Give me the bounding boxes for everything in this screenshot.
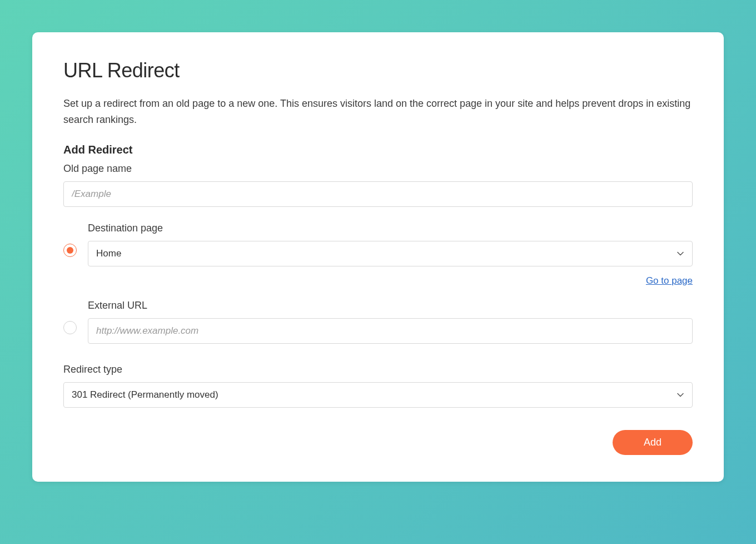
destination-select[interactable]: Home	[88, 241, 693, 266]
page-title: URL Redirect	[63, 59, 693, 82]
external-url-label: External URL	[88, 300, 693, 311]
destination-label: Destination page	[88, 222, 693, 234]
add-redirect-heading: Add Redirect	[63, 144, 693, 156]
external-radio[interactable]	[63, 321, 77, 334]
old-page-label: Old page name	[63, 163, 693, 175]
go-to-page-link[interactable]: Go to page	[646, 275, 693, 286]
destination-row: Destination page Home Go to page	[63, 222, 693, 286]
old-page-input[interactable]	[63, 181, 693, 207]
destination-radio[interactable]	[63, 244, 77, 257]
add-button[interactable]: Add	[613, 430, 693, 455]
redirect-type-label: Redirect type	[63, 364, 693, 375]
url-redirect-card: URL Redirect Set up a redirect from an o…	[32, 32, 724, 482]
page-description: Set up a redirect from an old page to a …	[63, 96, 693, 128]
external-row: External URL	[63, 300, 693, 344]
external-url-input[interactable]	[88, 318, 693, 344]
redirect-type-select[interactable]: 301 Redirect (Permanently moved)	[63, 382, 693, 408]
